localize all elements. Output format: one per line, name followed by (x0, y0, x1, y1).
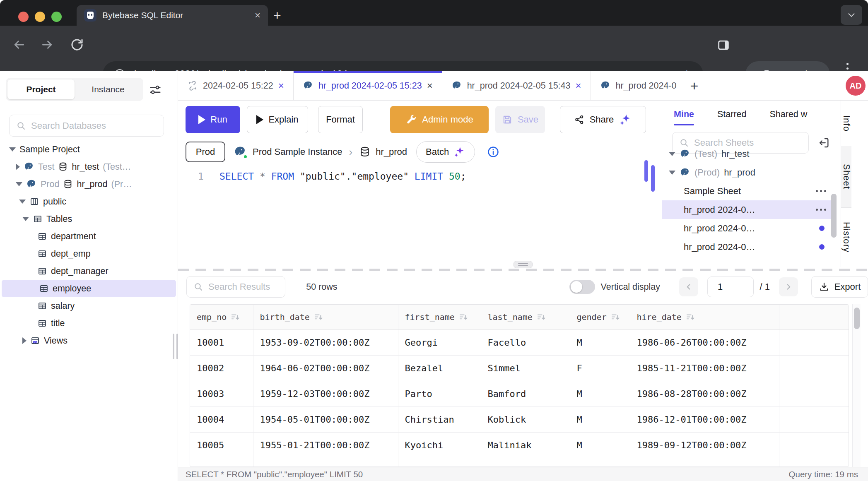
tab-mine[interactable]: Mine (674, 109, 694, 120)
sheet-item[interactable]: hr_prod 2024-0… (662, 238, 832, 256)
table-cell[interactable]: Anneke (398, 458, 481, 467)
caret-down-icon[interactable] (22, 217, 29, 221)
table-row[interactable]: 100031959-12-03T00:00:00ZPartoBamfordM19… (190, 381, 849, 406)
column-header-emp_no[interactable]: emp_no (190, 305, 253, 329)
format-button[interactable]: Format (318, 106, 363, 133)
tab-project[interactable]: Project (7, 79, 75, 99)
vertical-display-toggle[interactable] (569, 280, 595, 294)
caret-down-icon[interactable] (669, 171, 675, 175)
table-cell[interactable]: 10005 (190, 432, 253, 458)
tree-item-Sample Project[interactable]: Sample Project (0, 141, 178, 158)
caret-right-icon[interactable] (22, 337, 27, 344)
table-cell[interactable]: 1953-04-20T00:00:00Z (253, 458, 398, 467)
sheet-item[interactable]: hr_prod 2024-0… (662, 200, 832, 219)
table-cell[interactable]: F (570, 458, 630, 467)
tree-item-department[interactable]: department (0, 228, 178, 245)
tab-shared-with-me[interactable]: Shared w (770, 109, 808, 120)
table-cell[interactable]: Facello (481, 329, 570, 355)
table-scrollbar-thumb[interactable] (854, 308, 860, 329)
table-cell[interactable]: Kyoichi (398, 432, 481, 458)
avatar[interactable]: AD (846, 76, 866, 96)
table-cell[interactable]: 1989-06-02T00:00:00Z (630, 458, 779, 467)
editor-tab[interactable]: hr_prod 2024-02-05 15:23× (294, 71, 442, 100)
table-cell[interactable]: 1953-09-02T00:00:00Z (253, 329, 398, 355)
table-cell[interactable]: 1986-08-28T00:00:00Z (630, 381, 779, 406)
tree-item-employee[interactable]: employee (2, 280, 176, 297)
sheet-list-scrollbar-thumb[interactable] (831, 194, 837, 238)
sql-code-line[interactable]: SELECT * FROM "public"."employee" LIMIT … (219, 171, 466, 182)
search-databases-input[interactable]: Search Databases (9, 115, 164, 137)
table-cell[interactable]: M (570, 329, 630, 355)
column-header-gender[interactable]: gender (570, 305, 630, 329)
add-query-tab-button[interactable]: + (690, 79, 699, 92)
share-button[interactable]: Share (560, 106, 646, 133)
table-cell[interactable]: 10001 (190, 329, 253, 355)
table-cell[interactable]: 1985-11-21T00:00:00Z (630, 355, 779, 381)
tree-item-salary[interactable]: salary (0, 297, 178, 315)
table-cell[interactable]: 1989-09-12T00:00:00Z (630, 432, 779, 458)
browser-tab[interactable]: Bytebase SQL Editor × (77, 5, 268, 26)
filter-settings-icon[interactable] (148, 83, 162, 97)
close-tab-icon[interactable]: × (278, 81, 284, 91)
table-cell[interactable]: M (570, 432, 630, 458)
tree-item-dept_manager[interactable]: dept_manager (0, 262, 178, 280)
table-row[interactable]: 100011953-09-02T00:00:00ZGeorgiFacelloM1… (190, 329, 849, 355)
sql-editor[interactable]: 1 SELECT * FROM "public"."employee" LIMI… (178, 165, 662, 260)
table-cell[interactable]: Simmel (481, 355, 570, 381)
splitter-drag-handle[interactable] (514, 261, 533, 268)
column-header-last_name[interactable]: last_name (481, 305, 570, 329)
table-cell[interactable]: Bamford (481, 381, 570, 406)
next-page-button[interactable] (779, 277, 798, 296)
tab-instance[interactable]: Instance (75, 79, 142, 99)
close-tab-icon[interactable]: × (427, 81, 433, 91)
info-circle-icon[interactable] (487, 145, 500, 159)
sheet-menu-icon[interactable] (816, 190, 826, 192)
tree-item-hr_prod[interactable]: Prodhr_prod(Pr… (0, 176, 178, 193)
new-browser-tab-button[interactable]: + (273, 9, 281, 22)
editor-scrollbar-marker[interactable] (651, 165, 655, 192)
table-cell[interactable]: 10006 (190, 458, 253, 467)
export-button[interactable]: Export (811, 276, 868, 298)
table-cell[interactable]: 10004 (190, 406, 253, 432)
table-cell[interactable]: Maliniak (481, 432, 570, 458)
tree-item-public[interactable]: public (0, 193, 178, 210)
table-cell[interactable]: M (570, 381, 630, 406)
back-icon[interactable] (12, 37, 27, 52)
table-cell[interactable]: 1955-01-21T00:00:00Z (253, 432, 398, 458)
window-zoom-button[interactable] (51, 12, 62, 22)
environment-chip[interactable]: Prod (186, 142, 225, 162)
caret-down-icon[interactable] (19, 200, 26, 204)
tree-item-hr_test[interactable]: Testhr_test(Test… (0, 158, 178, 176)
table-cell[interactable]: 1964-06-02T00:00:00Z (253, 355, 398, 381)
reload-icon[interactable] (70, 37, 84, 52)
explain-button[interactable]: Explain (247, 106, 308, 133)
close-browser-tab-icon[interactable]: × (255, 10, 260, 20)
caret-down-icon[interactable] (669, 152, 675, 156)
close-tab-icon[interactable]: × (575, 81, 581, 91)
page-number-input[interactable]: 1 (707, 277, 754, 297)
table-cell[interactable]: Chirstian (398, 406, 481, 432)
table-scrollbar[interactable] (852, 304, 861, 467)
instance-name[interactable]: Prod Sample Instance (253, 147, 342, 157)
table-cell[interactable]: 10003 (190, 381, 253, 406)
rail-tab-sheet[interactable]: Sheet (841, 146, 851, 208)
sheet-group-row[interactable]: (Test)hr_test (662, 144, 832, 163)
table-cell[interactable]: Bezalel (398, 355, 481, 381)
search-results-input[interactable]: Search Results (186, 276, 285, 298)
table-cell[interactable]: Georgi (398, 329, 481, 355)
tree-item-dept_emp[interactable]: dept_emp (0, 245, 178, 262)
column-header-hire_date[interactable]: hire_date (630, 305, 779, 329)
forward-icon[interactable] (40, 37, 55, 52)
tab-starred[interactable]: Starred (717, 109, 747, 120)
editor-tab[interactable]: hr_prod 2024-0 (591, 71, 686, 100)
table-cell[interactable]: 1954-05-01T00:00:00Z (253, 406, 398, 432)
batch-button[interactable]: Batch (416, 141, 475, 163)
rail-tab-info[interactable]: Info (841, 101, 851, 146)
table-cell[interactable]: 1986-06-26T00:00:00Z (630, 329, 779, 355)
caret-right-icon[interactable] (16, 164, 20, 170)
run-button[interactable]: Run (186, 106, 240, 133)
sheet-item[interactable]: Sample Sheet (662, 182, 832, 200)
side-panel-icon[interactable] (716, 38, 731, 52)
rail-tab-history[interactable]: History (841, 208, 851, 267)
tree-item-Tables[interactable]: Tables (0, 210, 178, 228)
